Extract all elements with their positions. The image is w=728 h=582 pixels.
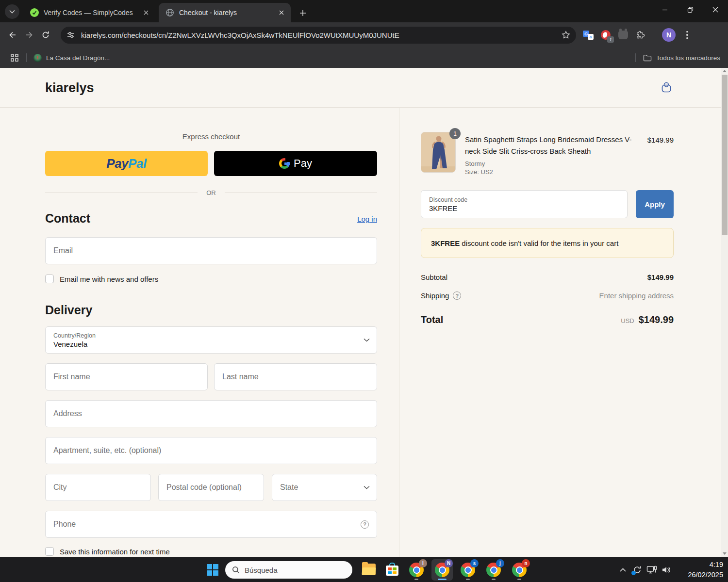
search-placeholder: Búsqueda: [245, 566, 278, 574]
first-name-field[interactable]: [45, 363, 208, 390]
chevron-down-icon: [364, 485, 370, 489]
profile-avatar[interactable]: N: [662, 28, 676, 42]
city-input[interactable]: [53, 483, 143, 492]
chrome-profile-4-button[interactable]: j: [483, 559, 504, 581]
address-field[interactable]: [45, 400, 377, 427]
all-bookmarks-button[interactable]: Todos los marcadores: [656, 54, 720, 62]
bookmarks-separator: [635, 53, 636, 62]
subtotal-label: Subtotal: [421, 273, 447, 281]
scroll-up-button[interactable]: [721, 68, 728, 74]
file-explorer-button[interactable]: [362, 564, 376, 575]
tab-search-button[interactable]: [5, 4, 19, 19]
discount-value[interactable]: 3KFREE: [429, 204, 457, 213]
email-field[interactable]: [45, 237, 377, 264]
scrollbar-thumb[interactable]: [722, 75, 728, 235]
product-size: Size: US2: [465, 168, 493, 176]
country-select[interactable]: Country/Region Venezuela: [45, 326, 377, 354]
microsoft-store-button[interactable]: [385, 563, 399, 576]
tray-overflow-button[interactable]: [615, 563, 630, 577]
extensions-menu-button[interactable]: [635, 30, 646, 40]
chrome-profile-1-button[interactable]: I: [406, 559, 427, 581]
red-extension-button[interactable]: 1: [600, 30, 611, 40]
postal-code-field[interactable]: [158, 474, 264, 501]
site-settings-icon[interactable]: [65, 29, 77, 41]
gpay-label: Pay: [294, 157, 312, 170]
or-divider: OR: [45, 189, 377, 196]
store-logo[interactable]: kiarelys: [45, 81, 94, 96]
restore-button[interactable]: [678, 0, 703, 19]
login-link[interactable]: Log in: [45, 215, 377, 223]
url-text[interactable]: kiarelys.com/checkouts/cn/Z2NwLXVzLWVhc3…: [81, 31, 562, 39]
save-info-checkbox[interactable]: [45, 547, 54, 556]
taskbar-clock[interactable]: 4:19 26/02/2025: [677, 560, 723, 580]
shipping-label: Shipping: [421, 291, 449, 300]
city-field[interactable]: [45, 474, 151, 501]
taskbar-search[interactable]: Búsqueda: [225, 561, 352, 579]
page-scrollbar[interactable]: [721, 68, 728, 557]
sync-status-button[interactable]: [630, 563, 645, 577]
forward-arrow-icon: [25, 31, 33, 39]
chrome-profile-5-button[interactable]: n: [509, 559, 530, 581]
last-name-input[interactable]: [222, 372, 369, 381]
translate-extension-button[interactable]: G a: [583, 30, 594, 40]
shipping-help-icon[interactable]: ?: [453, 291, 461, 300]
tab-checkout[interactable]: Checkout - kiarelys: [159, 3, 291, 22]
newsletter-label: Email me with news and offers: [60, 275, 158, 283]
disabled-extension-button[interactable]: [618, 30, 629, 40]
last-name-field[interactable]: [214, 363, 377, 390]
close-button[interactable]: [703, 0, 728, 19]
profile-badge: I: [419, 559, 427, 567]
search-icon: [232, 566, 240, 574]
start-button[interactable]: [207, 564, 218, 576]
country-label: Country/Region: [53, 332, 96, 340]
apply-button[interactable]: Apply: [636, 190, 674, 218]
reload-icon: [41, 31, 50, 39]
state-select[interactable]: State: [272, 474, 377, 501]
first-name-input[interactable]: [53, 372, 199, 381]
country-value: Venezuela: [53, 340, 87, 349]
sync-badge: [631, 571, 636, 575]
back-button[interactable]: [4, 27, 21, 43]
network-button[interactable]: [645, 563, 659, 577]
star-icon: [562, 31, 570, 39]
profile-badge: j: [496, 559, 504, 567]
tab-simplycodes[interactable]: Verify Codes — SimplyCodes: [23, 3, 155, 22]
bookmark-item[interactable]: La Casa del Dragón...: [46, 54, 110, 62]
volume-button[interactable]: [659, 563, 674, 577]
postal-code-input[interactable]: [166, 483, 256, 492]
tab-close-icon[interactable]: [142, 8, 150, 17]
new-tab-button[interactable]: [296, 6, 310, 20]
apartment-input[interactable]: [53, 446, 369, 455]
chrome-profile-3-button[interactable]: s: [457, 559, 479, 581]
email-input[interactable]: [53, 246, 369, 255]
tab-close-icon[interactable]: [277, 8, 286, 17]
phone-input[interactable]: [53, 520, 361, 529]
phone-help-icon[interactable]: ?: [361, 520, 369, 529]
save-info-label: Save this information for next time: [60, 548, 170, 556]
product-price: $149.99: [597, 136, 674, 144]
google-pay-button[interactable]: Pay: [214, 151, 377, 176]
paypal-button[interactable]: PayPal: [45, 151, 208, 176]
subtotal-value: $149.99: [647, 273, 674, 281]
newsletter-row: Email me with news and offers: [45, 275, 158, 283]
scroll-down-button[interactable]: [721, 550, 728, 557]
reload-button[interactable]: [37, 27, 54, 43]
apps-grid-icon[interactable]: [11, 54, 18, 62]
apartment-field[interactable]: [45, 437, 377, 464]
chrome-profile-2-button[interactable]: N: [431, 559, 453, 581]
bookmarks-bar: La Casa del Dragón... Todos los marcador…: [0, 48, 728, 68]
chevron-down-icon: [9, 10, 15, 14]
url-bar[interactable]: kiarelys.com/checkouts/cn/Z2NwLXVzLWVhc3…: [61, 27, 576, 44]
shopping-bag-icon: [660, 81, 673, 95]
paypal-logo: PayPal: [106, 156, 146, 171]
address-input[interactable]: [53, 409, 369, 418]
minimize-button[interactable]: [652, 0, 678, 19]
bookmark-star-button[interactable]: [562, 31, 570, 39]
phone-field[interactable]: ?: [45, 511, 377, 538]
globe-favicon-icon: [165, 8, 174, 17]
browser-menu-button[interactable]: [682, 29, 692, 41]
discount-code-field[interactable]: Discount code 3KFREE: [421, 190, 628, 218]
cart-button[interactable]: [659, 81, 674, 95]
forward-button[interactable]: [21, 27, 37, 43]
newsletter-checkbox[interactable]: [45, 275, 54, 283]
